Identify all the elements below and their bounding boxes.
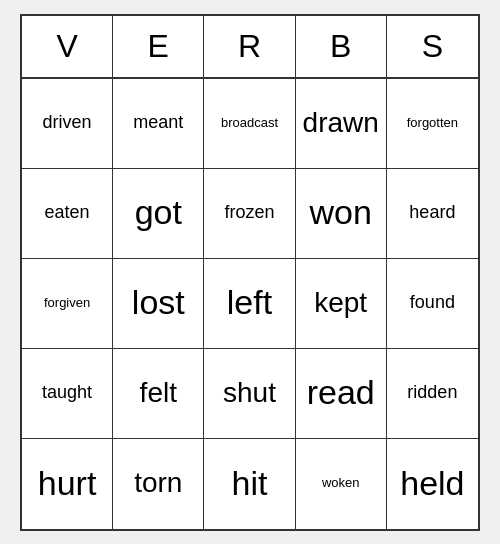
cell-text: heard: [409, 203, 455, 223]
cell-text: hit: [232, 465, 268, 502]
grid-cell: read: [296, 349, 387, 439]
cell-text: ridden: [407, 383, 457, 403]
bingo-header: VERBS: [22, 16, 478, 79]
cell-text: shut: [223, 378, 276, 409]
cell-text: read: [307, 374, 375, 411]
cell-text: got: [135, 194, 182, 231]
grid-cell: broadcast: [204, 79, 295, 169]
grid-cell: meant: [113, 79, 204, 169]
grid-cell: kept: [296, 259, 387, 349]
grid-cell: drawn: [296, 79, 387, 169]
header-cell: B: [296, 16, 387, 77]
cell-text: forgiven: [44, 296, 90, 310]
cell-text: felt: [140, 378, 177, 409]
grid-cell: woken: [296, 439, 387, 529]
cell-text: left: [227, 284, 272, 321]
grid-cell: driven: [22, 79, 113, 169]
bingo-grid: drivenmeantbroadcastdrawnforgotteneateng…: [22, 79, 478, 529]
grid-cell: heard: [387, 169, 478, 259]
header-cell: V: [22, 16, 113, 77]
grid-cell: hit: [204, 439, 295, 529]
cell-text: torn: [134, 468, 182, 499]
grid-cell: hurt: [22, 439, 113, 529]
grid-cell: lost: [113, 259, 204, 349]
cell-text: frozen: [224, 203, 274, 223]
grid-cell: forgotten: [387, 79, 478, 169]
grid-cell: ridden: [387, 349, 478, 439]
cell-text: found: [410, 293, 455, 313]
cell-text: meant: [133, 113, 183, 133]
grid-cell: held: [387, 439, 478, 529]
grid-cell: felt: [113, 349, 204, 439]
grid-cell: got: [113, 169, 204, 259]
grid-cell: left: [204, 259, 295, 349]
cell-text: lost: [132, 284, 185, 321]
cell-text: broadcast: [221, 116, 278, 130]
cell-text: driven: [43, 113, 92, 133]
grid-cell: eaten: [22, 169, 113, 259]
header-cell: R: [204, 16, 295, 77]
grid-cell: torn: [113, 439, 204, 529]
cell-text: hurt: [38, 465, 97, 502]
header-cell: E: [113, 16, 204, 77]
grid-cell: forgiven: [22, 259, 113, 349]
grid-cell: won: [296, 169, 387, 259]
cell-text: forgotten: [407, 116, 458, 130]
header-cell: S: [387, 16, 478, 77]
cell-text: woken: [322, 476, 360, 490]
grid-cell: taught: [22, 349, 113, 439]
cell-text: won: [310, 194, 372, 231]
grid-cell: frozen: [204, 169, 295, 259]
grid-cell: shut: [204, 349, 295, 439]
cell-text: kept: [314, 288, 367, 319]
cell-text: drawn: [303, 108, 379, 139]
cell-text: taught: [42, 383, 92, 403]
cell-text: eaten: [45, 203, 90, 223]
cell-text: held: [400, 465, 464, 502]
grid-cell: found: [387, 259, 478, 349]
bingo-card: VERBS drivenmeantbroadcastdrawnforgotten…: [20, 14, 480, 531]
